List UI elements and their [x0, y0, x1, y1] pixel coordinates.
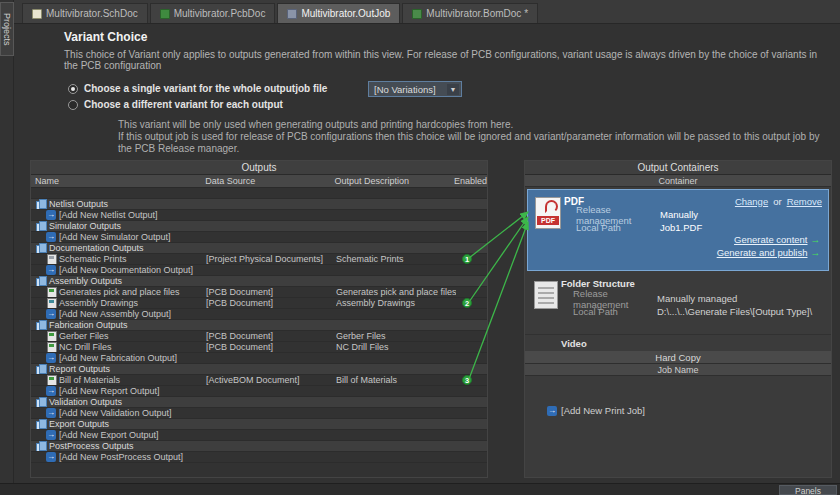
row-name-cell: Report Outputs	[31, 364, 206, 374]
category-row-postprocess-outputs[interactable]: PostProcess Outputs	[31, 441, 487, 452]
folder-structure-container[interactable]: Folder Structure Release management Manu…	[525, 273, 831, 335]
outputs-panel: Outputs Name Data Source Output Descript…	[30, 160, 488, 478]
row-label: PostProcess Outputs	[49, 441, 134, 451]
row-name-cell: [Add New Validation Output]	[31, 408, 206, 418]
output-row-assembly-drawings[interactable]: Assembly Drawings[PCB Document]Assembly …	[31, 298, 487, 309]
single-variant-radio[interactable]	[68, 84, 78, 94]
column-enabled[interactable]: Enabled	[454, 176, 487, 186]
row-name-cell: [Add New Documentation Output]	[31, 265, 206, 275]
tab-label: Multivibrator.BomDoc *	[426, 8, 528, 19]
category-row-fabrication-outputs[interactable]: Fabrication Outputs	[31, 320, 487, 331]
row-label: Export Outputs	[49, 419, 109, 429]
category-row-export-outputs[interactable]: Export Outputs	[31, 419, 487, 430]
row-label: [Add New Validation Output]	[59, 408, 171, 418]
add-output-icon	[46, 430, 56, 440]
variant-note-line1: This variant will be only used when gene…	[118, 119, 822, 131]
column-name[interactable]: Name	[31, 176, 205, 186]
enabled-badge[interactable]: 3	[462, 375, 472, 385]
projects-panel-tab[interactable]: Projects	[0, 2, 14, 56]
generate-and-publish-link[interactable]: Generate and publish	[717, 247, 808, 258]
tab-multivibrator-bomdoc[interactable]: Multivibrator.BomDoc *	[402, 3, 538, 23]
add-output-icon	[46, 210, 56, 220]
category-row-netlist-outputs[interactable]: Netlist Outputs	[31, 199, 487, 210]
column-data-source[interactable]: Data Source	[205, 176, 334, 186]
add-output-icon	[46, 265, 56, 275]
column-output-description[interactable]: Output Description	[335, 176, 454, 186]
category-row-report-outputs[interactable]: Report Outputs	[31, 364, 487, 375]
container-header: Container	[525, 175, 831, 187]
generate-content-arrow-icon: →	[811, 234, 821, 245]
row-name-cell: Documentation Outputs	[31, 243, 206, 253]
enabled-badge[interactable]: 1	[462, 254, 472, 264]
row-name-cell: Bill of Materials	[31, 375, 206, 385]
tab-label: Multivibrator.SchDoc	[46, 8, 138, 19]
schematic-prints-icon	[46, 254, 56, 264]
category-row-assembly-outputs[interactable]: Assembly Outputs	[31, 276, 487, 287]
row-name-cell: [Add New Report Output]	[31, 386, 206, 396]
row-label: [Add New Netlist Output]	[59, 210, 158, 220]
change-link[interactable]: Change	[735, 196, 768, 207]
category-row-simulator-outputs[interactable]: Simulator Outputs	[31, 221, 487, 232]
row-name-cell: [Add New Assembly Output]	[31, 309, 206, 319]
variant-dropdown[interactable]: [No Variations] ▼	[368, 81, 462, 97]
output-row-gerber-files[interactable]: Gerber Files[PCB Document]Gerber Files	[31, 331, 487, 342]
category-folder-icon	[36, 397, 46, 407]
add-output-icon	[46, 408, 56, 418]
single-variant-label: Choose a single variant for the whole ou…	[84, 83, 327, 94]
tab-multivibrator-schdoc[interactable]: Multivibrator.SchDoc	[22, 3, 148, 23]
row-name-cell: Assembly Outputs	[31, 276, 206, 286]
category-folder-icon	[36, 320, 46, 330]
generate-publish-arrow-icon: →	[811, 247, 821, 258]
row-name-cell: Gerber Files	[31, 331, 206, 341]
gerber-files-icon	[46, 331, 56, 341]
add-row-add-new-validation-output[interactable]: [Add New Validation Output]	[31, 408, 487, 419]
generate-content-link[interactable]: Generate content	[734, 234, 807, 245]
category-folder-icon	[36, 364, 46, 374]
row-label: [Add New Assembly Output]	[59, 309, 171, 319]
row-name-cell: [Add New Export Output]	[31, 430, 206, 440]
output-containers-panel: Output Containers Container PDF Change o…	[524, 160, 832, 478]
tab-multivibrator-pcbdoc[interactable]: Multivibrator.PcbDoc	[150, 3, 276, 23]
add-output-icon	[46, 353, 56, 363]
add-print-job-label: [Add New Print Job]	[561, 405, 645, 416]
pdf-file-icon	[535, 197, 561, 229]
row-label: NC Drill Files	[59, 342, 112, 352]
category-row-validation-outputs[interactable]: Validation Outputs	[31, 397, 487, 408]
category-row-documentation-outputs[interactable]: Documentation Outputs	[31, 243, 487, 254]
left-panel-strip: Projects	[0, 0, 14, 483]
add-row-add-new-fabrication-output[interactable]: [Add New Fabrication Output]	[31, 353, 487, 364]
row-label: Report Outputs	[49, 364, 110, 374]
output-row-nc-drill-files[interactable]: NC Drill Files[PCB Document]NC Drill Fil…	[31, 342, 487, 353]
nc-drill-icon	[46, 342, 56, 352]
add-output-icon	[46, 386, 56, 396]
enabled-badge[interactable]: 2	[462, 298, 472, 308]
output-row-generates-pick-and-place-files[interactable]: Generates pick and place files[PCB Docum…	[31, 287, 487, 298]
row-desc-cell: Generates pick and place files	[336, 287, 456, 297]
panels-button[interactable]: Panels	[779, 485, 837, 495]
add-row-add-new-export-output[interactable]: [Add New Export Output]	[31, 430, 487, 441]
add-row-add-new-documentation-output[interactable]: [Add New Documentation Output]	[31, 265, 487, 276]
tab-multivibrator-outjob[interactable]: Multivibrator.OutJob	[277, 3, 400, 23]
add-row-add-new-assembly-output[interactable]: [Add New Assembly Output]	[31, 309, 487, 320]
video-container-name: Video	[561, 338, 587, 349]
row-desc-cell: Bill of Materials	[336, 375, 456, 385]
tab-label: Multivibrator.PcbDoc	[174, 8, 266, 19]
add-row-add-new-postprocess-output[interactable]: [Add New PostProcess Output]	[31, 452, 487, 463]
add-row-add-new-report-output[interactable]: [Add New Report Output]	[31, 386, 487, 397]
add-row-add-new-netlist-output[interactable]: [Add New Netlist Output]	[31, 210, 487, 221]
video-container[interactable]: Video	[525, 335, 831, 351]
outputs-column-header: Name Data Source Output Description Enab…	[31, 175, 487, 188]
variant-choice-section: Variant Choice This choice of Variant on…	[50, 30, 822, 155]
pick-and-place-icon	[46, 287, 56, 297]
output-row-bill-of-materials[interactable]: Bill of Materials[ActiveBOM Document]Bil…	[31, 375, 487, 386]
remove-link[interactable]: Remove	[787, 196, 822, 207]
output-row-schematic-prints[interactable]: Schematic Prints[Project Physical Docume…	[31, 254, 487, 265]
row-name-cell: [Add New Simulator Output]	[31, 232, 206, 242]
add-new-print-job[interactable]: [Add New Print Job]	[525, 404, 831, 417]
add-row-add-new-simulator-output[interactable]: [Add New Simulator Output]	[31, 232, 487, 243]
per-output-variant-radio[interactable]	[68, 100, 78, 110]
pdf-container[interactable]: PDF Change or Remove Release management …	[527, 189, 829, 271]
variant-choice-title: Variant Choice	[50, 30, 822, 44]
document-tab-bar: Multivibrator.SchDocMultivibrator.PcbDoc…	[14, 0, 840, 24]
row-name-cell: [Add New PostProcess Output]	[31, 452, 206, 462]
